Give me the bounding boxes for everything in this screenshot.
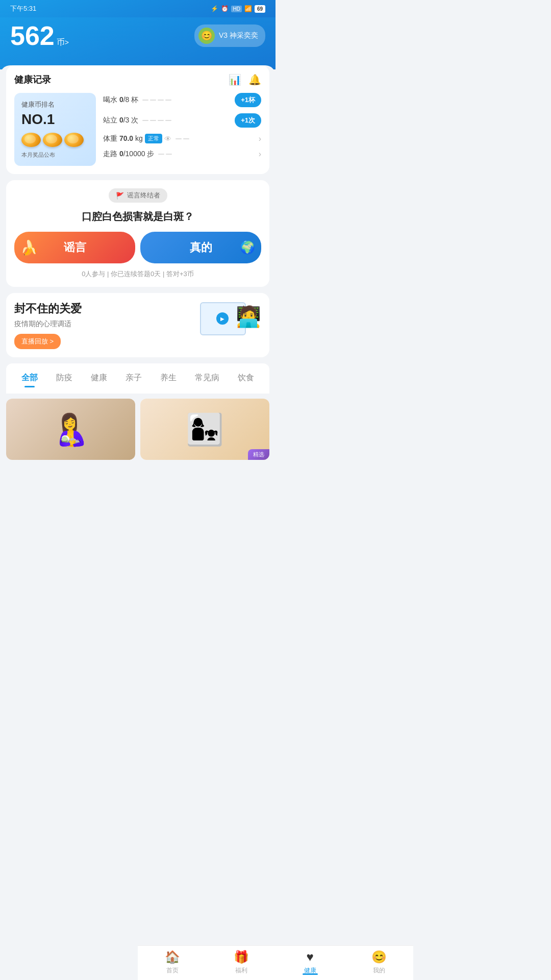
metric-water: 喝水 0/8 杯 +1杯 [103,93,261,107]
section-header: 健康记录 📊 🔔 [14,74,261,86]
banner-replay-btn[interactable]: 直播回放 > [14,334,61,349]
coin-unit: 币 [57,38,65,46]
health-record-card: 健康记录 📊 🔔 健康币排名 NO.1 本月奖品公布 [6,65,269,174]
cat-tab-health[interactable]: 健康 [82,371,116,387]
ranking-label: 健康币排名 [21,100,89,109]
banner-btn-label: 直播回放 > [21,337,54,346]
weight-label: 体重 70.0 kg [103,134,143,143]
coin-amount: 562 [10,21,55,51]
stand-add-btn[interactable]: +1次 [235,113,261,128]
coins-row [21,133,89,147]
rumor-true-label: 真的 [190,240,212,255]
battery-icon: 69 [255,5,265,13]
rumor-false-btn[interactable]: 谣言 [14,232,135,263]
health-grid: 健康币排名 NO.1 本月奖品公布 喝水 0/8 杯 +1杯 [14,93,261,166]
status-time: 下午5:31 [10,4,36,13]
rumor-false-label: 谣言 [64,240,86,255]
illustration-person: 🧑‍💻 [236,305,261,329]
banner-card: 封不住的关爱 疫情期的心理调适 直播回放 > ▶ 🧑‍💻 [6,293,269,357]
water-label: 喝水 0/8 杯 [103,95,138,105]
coin-img-3 [64,133,84,147]
banner-title: 封不住的关爱 [14,301,200,316]
rumor-tag: 🚩 谣言终结者 [109,188,167,203]
selected-badge: 精选 [248,449,269,460]
article-img-2: 👩‍👧 精选 [140,399,269,460]
main-content: 健康记录 📊 🔔 健康币排名 NO.1 本月奖品公布 [0,65,276,501]
coin-img-2 [43,133,62,147]
water-add-btn[interactable]: +1杯 [235,93,261,107]
alarm-icon: ⏰ [221,5,229,12]
stand-label: 站立 0/3 次 [103,116,138,125]
user-badge-label: V3 神采奕奕 [219,31,258,40]
water-dashes [142,100,231,101]
cat-tab-diet[interactable]: 饮食 [229,371,263,387]
stand-dashes [142,120,231,121]
bell-icon[interactable]: 🔔 [248,74,261,86]
rumor-stats: 0人参与 | 你已连续答题0天 | 答对+3币 [14,270,261,279]
metric-walk: 走路 0/10000 步 › [103,150,261,159]
health-record-title: 健康记录 [14,74,51,86]
cat-tab-common-disease[interactable]: 常见病 [186,371,229,387]
rumor-buttons: 谣言 真的 [14,232,261,263]
chart-icon[interactable]: 📊 [229,74,241,86]
ranking-no: NO.1 [21,111,89,128]
hd-icon: HD [231,6,241,12]
weight-chevron[interactable]: › [259,134,261,143]
rumor-tag-label: 谣言终结者 [127,191,160,200]
bluetooth-icon: ⚡ [211,5,218,12]
user-badge[interactable]: 😊 V3 神采奕奕 [194,24,265,47]
coin-img-1 [21,133,41,147]
eye-icon[interactable]: 👁 [164,135,171,143]
header-icons: 📊 🔔 [229,74,261,86]
article-card-2[interactable]: 👩‍👧 精选 [140,399,269,460]
walk-dashes [158,154,252,155]
rumor-card: 🚩 谣言终结者 口腔白色损害就是白斑？ 谣言 真的 0人参与 | 你已连续答题0… [6,180,269,287]
rumor-question: 口腔白色损害就是白斑？ [14,210,261,224]
normal-badge: 正常 [145,134,162,143]
cat-tab-wellness[interactable]: 养生 [151,371,186,387]
coin-arrow: > [65,38,69,46]
illustration-play: ▶ [216,312,229,325]
ranking-card[interactable]: 健康币排名 NO.1 本月奖品公布 [14,93,96,166]
banner-text: 封不住的关爱 疫情期的心理调适 直播回放 > [14,301,200,349]
article-img-1: 🤱 [6,399,135,460]
status-icons: ⚡ ⏰ HD 📶 69 [211,5,265,13]
metric-stand: 站立 0/3 次 +1次 [103,113,261,128]
article-grid: 🤱 👩‍👧 精选 [0,394,276,501]
flag-icon: 🚩 [116,192,124,200]
weight-dashes [176,138,253,139]
walk-label: 走路 0/10000 步 [103,150,154,159]
status-bar: 下午5:31 ⚡ ⏰ HD 📶 69 [0,0,276,17]
metric-weight: 体重 70.0 kg 正常 👁 › [103,134,261,143]
health-metrics: 喝水 0/8 杯 +1杯 站立 0/3 次 +1次 体重 70.0 kg [103,93,261,166]
walk-chevron[interactable]: › [259,150,261,159]
coin-display[interactable]: 562币> [10,22,69,49]
article-card-1[interactable]: 🤱 [6,399,135,460]
signal-icon: 📶 [244,5,252,12]
ranking-month: 本月奖品公布 [21,151,89,159]
banner-illustration: ▶ 🧑‍💻 [200,302,261,348]
cat-tab-parenting[interactable]: 亲子 [116,371,151,387]
category-tabs: 全部 防疫 健康 亲子 养生 常见病 饮食 [6,363,269,394]
cat-tab-all[interactable]: 全部 [12,371,47,387]
cat-tab-epidemic[interactable]: 防疫 [47,371,82,387]
rumor-true-btn[interactable]: 真的 [140,232,261,263]
user-avatar: 😊 [198,28,215,44]
header-area: 562币> 😊 V3 神采奕奕 [0,17,276,69]
banner-subtitle: 疫情期的心理调适 [14,320,200,329]
